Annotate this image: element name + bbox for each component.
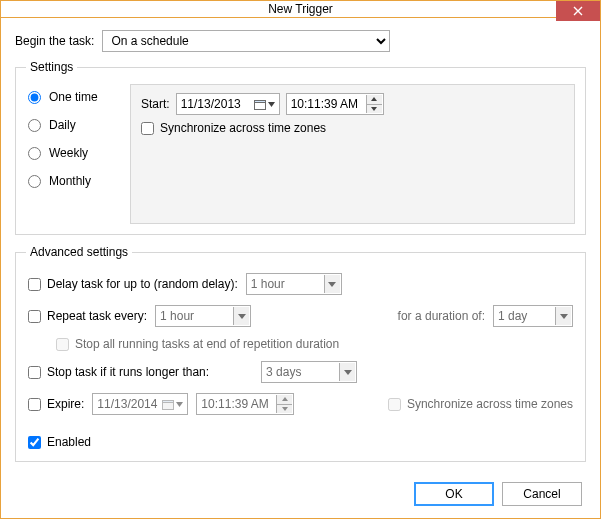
recurrence-weekly-radio[interactable] <box>28 147 41 160</box>
start-label: Start: <box>141 97 170 111</box>
spinner-down-icon[interactable] <box>366 105 382 114</box>
svg-rect-3 <box>163 400 174 402</box>
recurrence-daily-label: Daily <box>49 118 76 132</box>
stop-if-checkbox[interactable]: Stop task if it runs longer than: <box>28 365 209 379</box>
close-button[interactable] <box>556 1 600 21</box>
stop-if-value: 3 days <box>266 365 301 379</box>
start-time-picker[interactable]: 10:11:39 AM <box>286 93 384 115</box>
stop-all-checkbox: Stop all running tasks at end of repetit… <box>56 337 339 351</box>
sync-tz-checkbox[interactable]: Synchronize across time zones <box>141 121 326 135</box>
calendar-icon <box>162 399 183 410</box>
expire-input[interactable] <box>28 398 41 411</box>
time-spinner[interactable] <box>276 395 292 413</box>
repeat-input[interactable] <box>28 310 41 323</box>
begin-task-label: Begin the task: <box>15 34 94 48</box>
repeat-every-select[interactable]: 1 hour <box>155 305 251 327</box>
recurrence-one-time-radio[interactable] <box>28 91 41 104</box>
recurrence-monthly[interactable]: Monthly <box>28 174 114 188</box>
expire-time-picker[interactable]: 10:11:39 AM <box>196 393 294 415</box>
stop-all-label: Stop all running tasks at end of repetit… <box>75 337 339 351</box>
enabled-input[interactable] <box>28 436 41 449</box>
expire-date-picker[interactable]: 11/13/2014 <box>92 393 188 415</box>
start-date-picker[interactable]: 11/13/2013 <box>176 93 280 115</box>
recurrence-daily[interactable]: Daily <box>28 118 114 132</box>
enabled-checkbox[interactable]: Enabled <box>28 435 91 449</box>
chevron-down-icon <box>324 275 340 293</box>
recurrence-weekly-label: Weekly <box>49 146 88 160</box>
time-spinner[interactable] <box>366 95 382 113</box>
recurrence-monthly-radio[interactable] <box>28 175 41 188</box>
delay-select[interactable]: 1 hour <box>246 273 342 295</box>
svg-rect-1 <box>254 100 265 102</box>
start-date-value: 11/13/2013 <box>181 97 241 111</box>
repeat-checkbox[interactable]: Repeat task every: <box>28 309 147 323</box>
ok-button[interactable]: OK <box>414 482 494 506</box>
repeat-every-value: 1 hour <box>160 309 194 323</box>
repeat-duration-select[interactable]: 1 day <box>493 305 573 327</box>
recurrence-one-time[interactable]: One time <box>28 90 114 104</box>
delay-checkbox[interactable]: Delay task for up to (random delay): <box>28 277 238 291</box>
chevron-down-icon <box>233 307 249 325</box>
expire-sync-tz-input <box>388 398 401 411</box>
start-panel: Start: 11/13/2013 10:11:39 AM <box>130 84 575 224</box>
stop-if-input[interactable] <box>28 366 41 379</box>
expire-label: Expire: <box>47 397 84 411</box>
advanced-legend: Advanced settings <box>26 245 132 259</box>
stop-if-label: Stop task if it runs longer than: <box>47 365 209 379</box>
repeat-duration-value: 1 day <box>498 309 527 323</box>
sync-tz-input[interactable] <box>141 122 154 135</box>
spinner-down-icon[interactable] <box>276 405 292 414</box>
repeat-label: Repeat task every: <box>47 309 147 323</box>
chevron-down-icon <box>339 363 355 381</box>
new-trigger-dialog: New Trigger Begin the task: On a schedul… <box>0 0 601 519</box>
delay-input[interactable] <box>28 278 41 291</box>
recurrence-one-time-label: One time <box>49 90 98 104</box>
chevron-down-icon <box>555 307 571 325</box>
enabled-label: Enabled <box>47 435 91 449</box>
cancel-button[interactable]: Cancel <box>502 482 582 506</box>
expire-checkbox[interactable]: Expire: <box>28 397 84 411</box>
close-icon <box>573 6 583 16</box>
spinner-up-icon[interactable] <box>366 95 382 105</box>
expire-date-value: 11/13/2014 <box>97 397 157 411</box>
delay-label: Delay task for up to (random delay): <box>47 277 238 291</box>
stop-all-input <box>56 338 69 351</box>
advanced-group: Advanced settings Delay task for up to (… <box>15 245 586 462</box>
sync-tz-label: Synchronize across time zones <box>160 121 326 135</box>
settings-group: Settings One time Daily Weekly <box>15 60 586 235</box>
window-title: New Trigger <box>268 2 333 16</box>
stop-if-select[interactable]: 3 days <box>261 361 357 383</box>
recurrence-monthly-label: Monthly <box>49 174 91 188</box>
expire-time-value: 10:11:39 AM <box>201 397 268 411</box>
calendar-icon <box>254 99 275 110</box>
begin-task-select[interactable]: On a schedule <box>102 30 390 52</box>
recurrence-weekly[interactable]: Weekly <box>28 146 114 160</box>
expire-sync-tz-label: Synchronize across time zones <box>407 397 573 411</box>
start-time-value: 10:11:39 AM <box>291 97 358 111</box>
expire-sync-tz-checkbox: Synchronize across time zones <box>388 397 573 411</box>
delay-value: 1 hour <box>251 277 285 291</box>
titlebar: New Trigger <box>1 1 600 18</box>
recurrence-daily-radio[interactable] <box>28 119 41 132</box>
spinner-up-icon[interactable] <box>276 395 292 405</box>
recurrence-radios: One time Daily Weekly Monthly <box>26 84 116 194</box>
settings-legend: Settings <box>26 60 77 74</box>
repeat-duration-label: for a duration of: <box>398 309 485 323</box>
